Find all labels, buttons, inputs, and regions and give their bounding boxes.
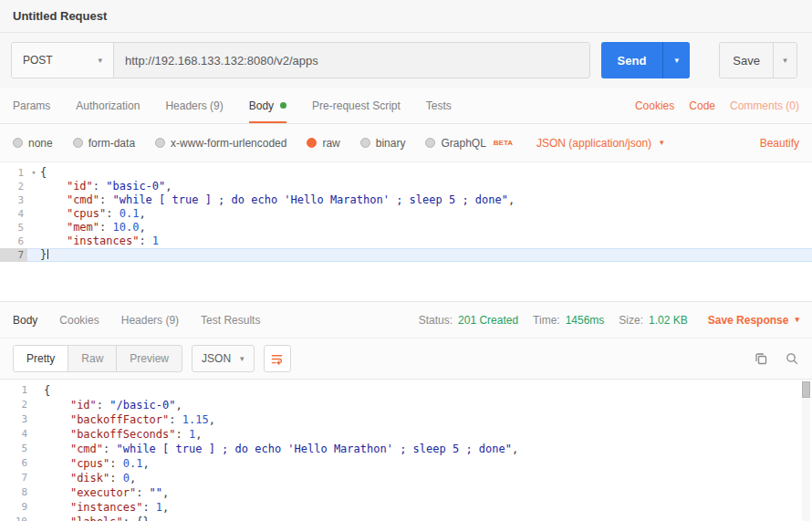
line-number: 10	[0, 515, 31, 521]
response-language-select[interactable]: JSON ▾	[192, 345, 255, 372]
code-line: 1▾{	[0, 166, 812, 180]
response-body-editor[interactable]: 1{2 "id": "/basic-0",3 "backoffFactor": …	[0, 380, 812, 521]
line-number: 5	[0, 221, 27, 234]
body-type-bar: none form-data x-www-form-urlencoded raw…	[0, 124, 812, 162]
titlebar: Untitled Request	[0, 0, 812, 33]
code-line: 6 "instances": 1	[0, 234, 812, 248]
view-raw-button[interactable]: Raw	[68, 346, 117, 371]
tab-headers[interactable]: Headers (9)	[165, 88, 223, 123]
wrap-lines-icon	[270, 352, 284, 366]
fold-spacer	[27, 193, 40, 207]
fold-spacer	[31, 442, 44, 456]
save-button[interactable]: Save	[720, 43, 773, 78]
search-response-button[interactable]	[785, 351, 799, 366]
line-number: 5	[0, 442, 31, 456]
request-title: Untitled Request	[13, 9, 107, 23]
content-type-select[interactable]: JSON (application/json) ▾	[536, 137, 664, 150]
code-text: "mem": 10.0,	[40, 221, 146, 234]
code-text: "backoffSeconds": 1,	[44, 427, 202, 442]
code-text: "cpus": 0.1,	[40, 207, 146, 221]
line-number: 6	[0, 456, 31, 471]
code-text: }	[40, 248, 48, 262]
line-number: 6	[0, 234, 27, 248]
copy-response-button[interactable]	[754, 351, 768, 366]
response-tab-headers[interactable]: Headers (9)	[121, 314, 179, 327]
fold-arrow-icon[interactable]: ▾	[27, 166, 40, 180]
cookies-link[interactable]: Cookies	[635, 99, 674, 112]
code-line: 2 "id": "/basic-0",	[0, 398, 812, 412]
fold-spacer	[31, 456, 44, 471]
response-code: 1{2 "id": "/basic-0",3 "backoffFactor": …	[0, 383, 812, 521]
code-line: 9 "instances": 1,	[0, 500, 812, 515]
copy-icon	[754, 351, 768, 366]
body-type-form-data[interactable]: form-data	[73, 137, 135, 150]
request-bar: POST ▾ Send ▾ Save ▾	[0, 33, 812, 88]
response-tab-cookies[interactable]: Cookies	[59, 314, 99, 327]
text-cursor	[47, 249, 48, 259]
body-type-binary[interactable]: binary	[360, 137, 406, 150]
body-type-none[interactable]: none	[13, 137, 53, 150]
code-text: {	[40, 166, 47, 180]
response-scrollbar[interactable]	[802, 381, 810, 521]
wrap-lines-button[interactable]	[264, 345, 291, 372]
fold-spacer	[27, 234, 40, 248]
tab-body[interactable]: Body	[249, 88, 286, 123]
code-line: 6 "cpus": 0.1,	[0, 456, 812, 471]
chevron-down-icon: ▾	[660, 139, 664, 147]
fold-spacer	[31, 500, 44, 515]
response-status-group: Status: 201 Created Time: 1456ms Size: 1…	[410, 314, 799, 327]
status-value: 201 Created	[458, 314, 518, 327]
fold-spacer	[31, 398, 44, 412]
code-text: "backoffFactor": 1.15,	[44, 412, 215, 427]
line-number: 2	[0, 180, 27, 193]
code-line: 7 "disk": 0,	[0, 471, 812, 485]
line-number: 2	[0, 398, 31, 412]
tab-authorization[interactable]: Authorization	[76, 88, 140, 123]
line-number: 1	[0, 166, 27, 180]
beautify-link[interactable]: Beautify	[760, 137, 799, 150]
tab-pre-request-script[interactable]: Pre-request Script	[312, 88, 401, 123]
body-type-x-www-form-urlencoded[interactable]: x-www-form-urlencoded	[155, 137, 286, 150]
radio-selected-icon	[307, 138, 317, 148]
chevron-down-icon: ▾	[795, 316, 799, 324]
code-text: "id": "/basic-0",	[44, 398, 182, 412]
chevron-down-icon: ▾	[783, 57, 787, 65]
line-number: 4	[0, 207, 27, 221]
radio-icon	[73, 138, 83, 148]
code-text: "cpus": 0.1,	[44, 456, 150, 471]
code-link[interactable]: Code	[689, 99, 715, 112]
response-header: Body Cookies Headers (9) Test Results St…	[0, 301, 812, 338]
body-type-raw[interactable]: raw	[307, 137, 339, 150]
view-pretty-button[interactable]: Pretty	[14, 346, 68, 371]
code-line: 2 "id": "basic-0",	[0, 180, 812, 193]
line-number: 3	[0, 193, 27, 207]
tab-tests[interactable]: Tests	[426, 88, 452, 123]
save-options-button[interactable]: ▾	[773, 43, 796, 78]
code-text: "disk": 0,	[44, 471, 136, 485]
request-tabs-right: Cookies Code Comments (0)	[635, 88, 799, 123]
code-line: 5 "cmd": "while [ true ] ; do echo 'Hell…	[0, 442, 812, 456]
code-text: "executor": "",	[44, 485, 169, 500]
fold-spacer	[27, 221, 40, 234]
scrollbar-thumb[interactable]	[802, 381, 810, 398]
request-body-editor[interactable]: 1▾{2 "id": "basic-0",3 "cmd": "while [ t…	[0, 162, 812, 301]
url-input[interactable]	[114, 43, 589, 78]
response-tab-body[interactable]: Body	[13, 314, 37, 327]
radio-icon	[360, 138, 370, 148]
method-select[interactable]: POST ▾	[12, 43, 114, 78]
line-number: 9	[0, 500, 31, 515]
body-has-content-dot-icon	[280, 102, 286, 109]
body-type-graphql[interactable]: GraphQL BETA	[425, 137, 513, 150]
send-options-button[interactable]: ▾	[662, 42, 690, 78]
comments-link[interactable]: Comments (0)	[730, 99, 799, 112]
save-response-button[interactable]: Save Response ▾	[708, 314, 799, 327]
view-preview-button[interactable]: Preview	[117, 346, 182, 371]
tab-params[interactable]: Params	[13, 88, 50, 123]
save-split-button: Save ▾	[719, 42, 797, 78]
url-group: POST ▾	[11, 42, 590, 78]
code-line: 3 "cmd": "while [ true ] ; do echo 'Hell…	[0, 193, 812, 207]
request-tabs: Params Authorization Headers (9) Body Pr…	[0, 88, 812, 124]
send-button[interactable]: Send	[601, 42, 663, 78]
size-value: 1.02 KB	[649, 314, 688, 327]
response-tab-test-results[interactable]: Test Results	[201, 314, 260, 327]
